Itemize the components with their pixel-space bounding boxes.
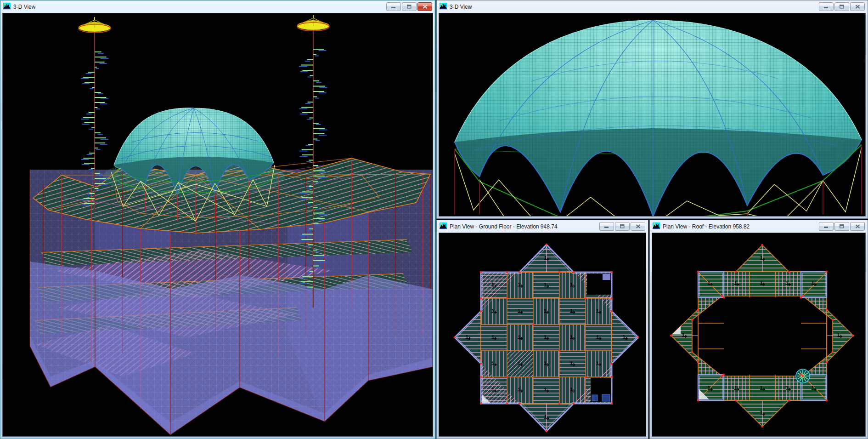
viewport-3d-dome[interactable]: [439, 13, 866, 217]
close-icon: [855, 5, 860, 9]
minimize-icon: [391, 5, 396, 9]
window-plan-roof[interactable]: Plan View - Roof - Elevation 958.82: [649, 220, 868, 439]
window-plan-ground[interactable]: Plan View - Ground Floor - Elevation 948…: [436, 220, 648, 439]
minimize-icon: [604, 224, 609, 228]
ground-floor-star: [454, 244, 640, 433]
close-button[interactable]: [417, 2, 432, 11]
view-window-icon: [653, 222, 660, 231]
close-button[interactable]: [850, 222, 865, 231]
mdi-workspace: 3-D View: [0, 0, 868, 439]
minaret-cap-left: [79, 17, 111, 33]
viewport-plan-ground[interactable]: [439, 233, 646, 437]
roof-opening: [692, 296, 833, 376]
restore-down-icon: [407, 5, 411, 9]
minimize-button[interactable]: [386, 2, 401, 11]
viewport-3d-main[interactable]: [2, 13, 433, 437]
restore-button[interactable]: [834, 2, 849, 11]
window-title: 3-D View: [450, 4, 472, 10]
viewport-plan-roof[interactable]: [652, 233, 866, 437]
restore-button[interactable]: [834, 222, 849, 231]
close-button[interactable]: [850, 2, 865, 11]
minaret-cap-right: [297, 15, 329, 31]
minimize-button[interactable]: [599, 222, 614, 231]
window-3d-view-dome[interactable]: 3-D View: [436, 0, 868, 219]
titlebar-main[interactable]: 3-D View: [2, 0, 433, 13]
restore-button[interactable]: [402, 2, 417, 11]
window-title: 3-D View: [13, 4, 35, 10]
roof-star-ring: [670, 244, 855, 428]
window-title: Plan View - Roof - Elevation 958.82: [663, 223, 750, 230]
restore-down-icon: [840, 224, 844, 228]
big-dome: [455, 20, 862, 217]
restore-button[interactable]: [615, 222, 630, 231]
close-button[interactable]: [631, 222, 645, 231]
titlebar-plan-ground[interactable]: Plan View - Ground Floor - Elevation 948…: [439, 220, 646, 233]
titlebar-dome[interactable]: 3-D View: [439, 0, 866, 13]
minimize-icon: [824, 224, 829, 228]
view-window-icon: [3, 2, 11, 11]
close-icon: [855, 224, 860, 228]
titlebar-plan-roof[interactable]: Plan View - Roof - Elevation 958.82: [652, 220, 866, 233]
view-window-icon: [440, 222, 447, 231]
close-icon: [423, 5, 428, 9]
restore-down-icon: [620, 224, 625, 228]
minimize-button[interactable]: [819, 222, 834, 231]
close-icon: [636, 224, 641, 228]
view-window-icon: [440, 2, 447, 11]
minimize-button[interactable]: [819, 2, 834, 11]
window-3d-view-main[interactable]: 3-D View: [0, 0, 435, 439]
window-title: Plan View - Ground Floor - Elevation 948…: [450, 223, 558, 230]
minimize-icon: [824, 5, 829, 9]
restore-down-icon: [840, 5, 844, 9]
